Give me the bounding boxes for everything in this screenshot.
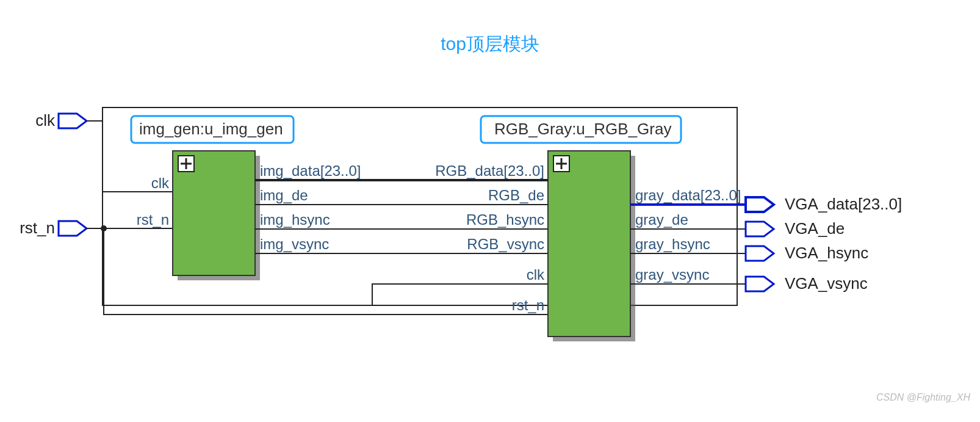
svg-marker-12 [746,246,774,261]
input-label-clk: clk [35,111,56,129]
block1-port-img-data: img_data[23..0] [260,162,361,179]
output-label-vga-data: VGA_data[23..0] [785,195,902,213]
svg-marker-8 [59,221,87,236]
block2-port-rstn: rst_n [512,297,544,313]
block2-port-clk: clk [527,266,545,283]
output-label-vga-vsync: VGA_vsync [785,274,868,293]
block2-body [548,151,630,337]
input-pin-clk: clk [35,111,103,129]
diagram-title: top顶层模块 [441,34,539,54]
block2-port-gray-de: gray_de [635,211,688,228]
block2-port-rgb-vsync: RGB_vsync [467,236,544,252]
block2-port-gray-hsync: gray_hsync [635,236,710,252]
output-pin-vga-hsync: VGA_hsync [746,244,868,262]
block2-port-gray-vsync: gray_vsync [635,266,709,283]
output-label-vga-de: VGA_de [785,219,845,238]
block2-port-gray-data: gray_data[23..0] [635,187,741,203]
input-pin-rstn: rst_n [20,219,104,237]
block2-port-rgb-data: RGB_data[23..0] [435,162,544,179]
block1-port-img-hsync: img_hsync [260,211,330,228]
block2-port-rgb-hsync: RGB_hsync [466,211,544,228]
svg-marker-6 [59,114,87,128]
block1-expand-icon[interactable] [178,156,194,172]
watermark: CSDN @Fighting_XH [876,392,971,402]
block2-instance-label: RGB_Gray:u_RGB_Gray [494,120,671,138]
block1-port-clk: clk [151,175,170,191]
output-label-vga-hsync: VGA_hsync [785,244,868,262]
svg-marker-11 [746,222,774,236]
block2-port-rgb-de: RGB_de [488,187,544,203]
block1-instance-label: img_gen:u_img_gen [139,120,283,138]
block1-port-img-de: img_de [260,187,308,203]
svg-marker-10 [746,197,774,212]
svg-marker-13 [746,277,774,291]
block1-port-rstn: rst_n [137,211,169,228]
output-pin-vga-data: VGA_data[23..0] [746,195,902,213]
block1-port-img-vsync: img_vsync [260,236,329,252]
output-pin-vga-de: VGA_de [746,219,845,238]
output-pin-vga-vsync: VGA_vsync [746,274,868,293]
block2-expand-icon[interactable] [553,156,569,172]
input-label-rstn: rst_n [20,219,55,237]
